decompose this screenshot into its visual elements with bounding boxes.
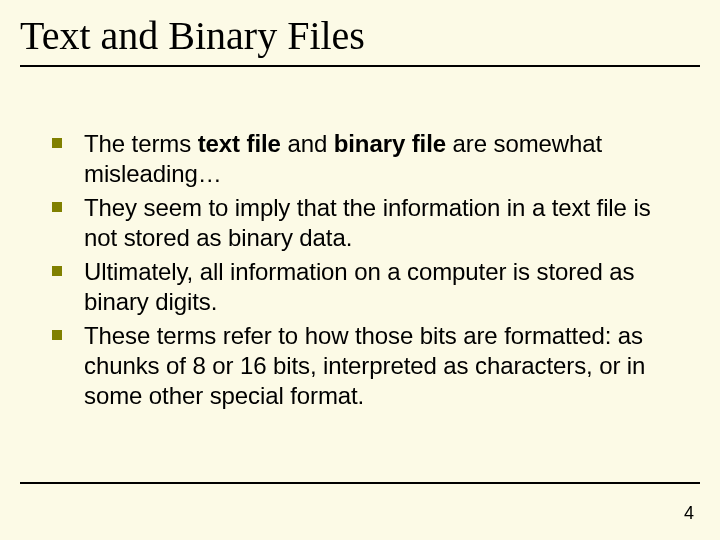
footer-divider [20,482,700,484]
list-item-text: These terms refer to how those bits are … [84,321,680,411]
bullet-icon [52,138,62,148]
slide-title: Text and Binary Files [20,12,720,59]
bold-text: binary file [334,130,446,157]
list-item: They seem to imply that the information … [52,193,680,253]
list-item: These terms refer to how those bits are … [52,321,680,411]
bold-text: text file [198,130,281,157]
page-number: 4 [684,503,694,524]
list-item: The terms text file and binary file are … [52,129,680,189]
bullet-icon [52,202,62,212]
text-run: The terms [84,130,198,157]
bullet-icon [52,330,62,340]
list-item: Ultimately, all information on a compute… [52,257,680,317]
bullet-icon [52,266,62,276]
text-run: and [281,130,334,157]
list-item-text: The terms text file and binary file are … [84,129,680,189]
list-item-text: Ultimately, all information on a compute… [84,257,680,317]
title-underline [20,65,700,67]
list-item-text: They seem to imply that the information … [84,193,680,253]
bullet-list: The terms text file and binary file are … [52,129,680,411]
